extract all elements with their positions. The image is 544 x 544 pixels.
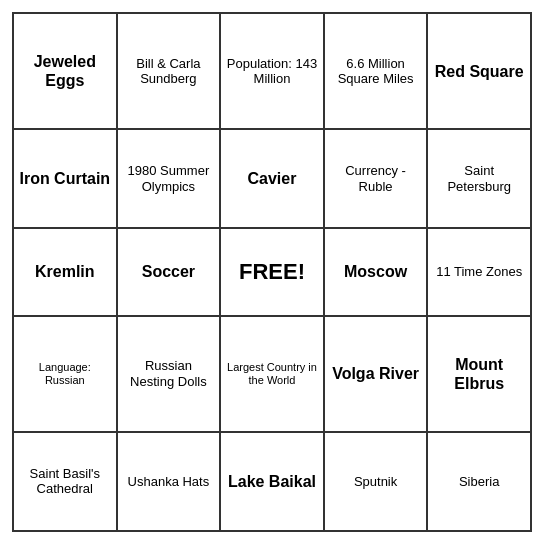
cell-3-3: Volga River xyxy=(324,316,428,432)
cell-0-4: Red Square xyxy=(427,13,531,129)
cell-0-2: Population: 143 Million xyxy=(220,13,324,129)
cell-4-0: Saint Basil's Cathedral xyxy=(13,432,117,531)
cell-3-0: Language: Russian xyxy=(13,316,117,432)
cell-1-1: 1980 Summer Olympics xyxy=(117,129,221,228)
cell-2-4: 11 Time Zones xyxy=(427,228,531,315)
cell-2-1: Soccer xyxy=(117,228,221,315)
cell-1-4: Saint Petersburg xyxy=(427,129,531,228)
cell-4-1: Ushanka Hats xyxy=(117,432,221,531)
cell-2-0: Kremlin xyxy=(13,228,117,315)
cell-2-3: Moscow xyxy=(324,228,428,315)
cell-3-2: Largest Country in the World xyxy=(220,316,324,432)
cell-1-2: Cavier xyxy=(220,129,324,228)
cell-4-4: Siberia xyxy=(427,432,531,531)
cell-0-1: Bill & Carla Sundberg xyxy=(117,13,221,129)
cell-2-2: FREE! xyxy=(220,228,324,315)
bingo-board: Jeweled EggsBill & Carla SundbergPopulat… xyxy=(12,12,532,532)
cell-3-1: Russian Nesting Dolls xyxy=(117,316,221,432)
cell-4-3: Sputnik xyxy=(324,432,428,531)
cell-0-0: Jeweled Eggs xyxy=(13,13,117,129)
cell-3-4: Mount Elbrus xyxy=(427,316,531,432)
cell-0-3: 6.6 Million Square Miles xyxy=(324,13,428,129)
cell-1-3: Currency - Ruble xyxy=(324,129,428,228)
cell-1-0: Iron Curtain xyxy=(13,129,117,228)
cell-4-2: Lake Baikal xyxy=(220,432,324,531)
